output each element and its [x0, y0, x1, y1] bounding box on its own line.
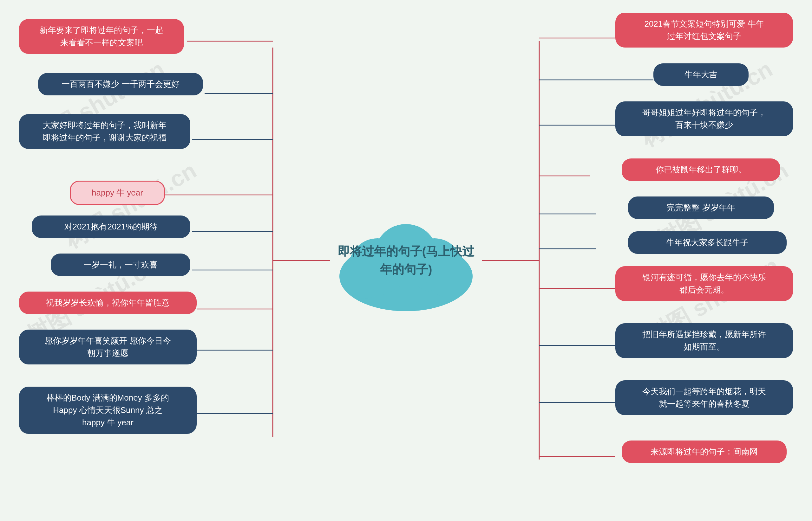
node-r9: 今天我们一起等跨年的烟花，明天就一起等来年的春秋冬夏 [615, 380, 793, 415]
node-r6: 牛年祝大家多长跟牛子 [628, 231, 787, 254]
node-l6: 一岁一礼，一寸欢喜 [51, 253, 190, 276]
node-l7: 祝我岁岁长欢愉，祝你年年皆胜意 [19, 292, 197, 314]
node-l3: 大家好即将过年的句子，我叫新年即将过年的句子，谢谢大家的祝福 [19, 114, 190, 149]
node-r5: 完完整整 岁岁年年 [628, 197, 774, 219]
node-r2: 牛年大吉 [654, 63, 749, 86]
node-r10: 来源即将过年的句子：闽南网 [622, 440, 787, 463]
node-l5: 对2021抱有2021%的期待 [32, 216, 190, 238]
node-l9: 棒棒的Body 满满的Money 多多的Happy 心情天天很Sunny 总之h… [19, 387, 197, 434]
node-r1: 2021春节文案短句特别可爱 牛年过年讨红包文案句子 [615, 13, 793, 48]
cloud-center: 即将过年的句子(马上快过年的句子) [327, 207, 485, 314]
node-l1: 新年要来了即将过年的句子，一起来看看不一样的文案吧 [19, 19, 184, 54]
node-r4: 你已被鼠年移出了群聊。 [622, 158, 780, 181]
node-r8: 把旧年所遇摒挡珍藏，愿新年所许如期而至。 [615, 323, 793, 358]
node-r7: 银河有迹可循，愿你去年的不快乐都后会无期。 [615, 266, 793, 301]
node-l2: 一百两百不嫌少 一千两千会更好 [38, 73, 203, 95]
node-l4: happy 牛 year [70, 181, 165, 205]
node-l8: 愿你岁岁年年喜笑颜开 愿你今日今朝万事遂愿 [19, 330, 197, 364]
cloud-center-text: 即将过年的句子(马上快过年的句子) [338, 243, 474, 278]
node-r3: 哥哥姐姐过年好即将过年的句子，百来十块不嫌少 [615, 101, 793, 136]
watermark-2: 树图 shùtú.cn [59, 155, 202, 255]
